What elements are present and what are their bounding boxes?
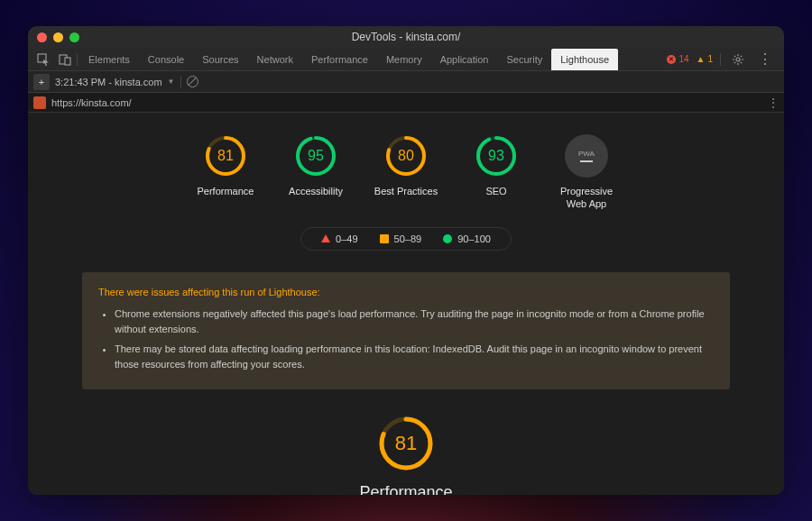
svg-rect-2: [65, 58, 70, 65]
gauge-accessibility[interactable]: 95Accessibility: [281, 134, 351, 211]
toolbar-divider: [77, 53, 78, 66]
legend-item: 0–49: [321, 233, 357, 244]
window-title: DevTools - kinsta.com/: [28, 31, 784, 43]
gauge-best-practices[interactable]: 80Best Practices: [371, 134, 441, 211]
tab-elements[interactable]: Elements: [79, 49, 139, 70]
toolbar-divider: [720, 53, 721, 66]
score-legend: 0–4950–8990–100: [300, 227, 512, 251]
devtools-toolbar: ElementsConsoleSourcesNetworkPerformance…: [28, 48, 784, 71]
score-gauges: 81Performance95Accessibility80Best Pract…: [82, 134, 730, 211]
more-menu-icon[interactable]: ⋮: [755, 50, 775, 69]
lighthouse-report: 81Performance95Accessibility80Best Pract…: [28, 113, 784, 495]
issue-item: There may be stored data affecting loadi…: [115, 342, 714, 371]
gauge-seo[interactable]: 93SEO: [461, 134, 531, 211]
tab-sources[interactable]: Sources: [193, 49, 247, 70]
issues-title: There were issues affecting this run of …: [98, 285, 714, 300]
site-favicon: [33, 96, 46, 109]
tab-console[interactable]: Console: [139, 49, 193, 70]
tab-application[interactable]: Application: [431, 49, 498, 70]
new-report-button[interactable]: +: [33, 74, 50, 90]
devtools-window: DevTools - kinsta.com/ ElementsConsoleSo…: [28, 26, 784, 495]
warnings-badge[interactable]: ▲ 1: [697, 54, 713, 64]
issue-item: Chrome extensions negatively affected th…: [115, 306, 714, 336]
settings-gear-icon[interactable]: [728, 50, 748, 69]
url-bar: https://kinsta.com/ ⋮: [28, 93, 784, 113]
gauge-performance[interactable]: 81Performance: [190, 134, 261, 211]
device-toggle-icon[interactable]: [55, 50, 75, 69]
lighthouse-runs-bar: + 3:21:43 PM - kinsta.com ▼: [28, 71, 784, 93]
window-controls: [37, 32, 79, 42]
panel-tabs: ElementsConsoleSourcesNetworkPerformance…: [79, 49, 665, 70]
performance-section: 81 Performance: [82, 415, 730, 495]
close-window-button[interactable]: [37, 32, 47, 42]
tab-network[interactable]: Network: [248, 49, 302, 70]
dropdown-chevron-icon[interactable]: ▼: [168, 78, 175, 86]
tab-performance[interactable]: Performance: [302, 49, 377, 70]
report-menu-icon[interactable]: ⋮: [767, 96, 779, 110]
issues-list: Chrome extensions negatively affected th…: [98, 306, 714, 371]
status-area: ✕ 14 ▲ 1 ⋮: [667, 50, 779, 69]
url-text: https://kinsta.com/: [51, 97, 132, 108]
tab-security[interactable]: Security: [497, 49, 551, 70]
performance-score: 81: [377, 415, 435, 472]
maximize-window-button[interactable]: [69, 32, 79, 42]
errors-badge[interactable]: ✕ 14: [667, 54, 688, 64]
tab-memory[interactable]: Memory: [377, 49, 431, 70]
toolbar-divider: [180, 76, 181, 88]
inspect-element-icon[interactable]: [33, 50, 53, 69]
issues-box: There were issues affecting this run of …: [82, 272, 730, 390]
gauge-pwa[interactable]: PWAProgressive Web App: [551, 134, 622, 211]
tab-lighthouse[interactable]: Lighthouse: [551, 49, 618, 70]
performance-label: Performance: [359, 483, 452, 495]
report-timestamp: 3:21:43 PM - kinsta.com: [55, 77, 162, 87]
clear-icon[interactable]: [187, 76, 198, 87]
legend-item: 50–89: [380, 233, 422, 244]
performance-gauge: 81: [377, 415, 435, 472]
legend-item: 90–100: [443, 233, 491, 244]
minimize-window-button[interactable]: [53, 32, 63, 42]
svg-point-3: [736, 58, 740, 61]
titlebar: DevTools - kinsta.com/: [28, 26, 784, 48]
